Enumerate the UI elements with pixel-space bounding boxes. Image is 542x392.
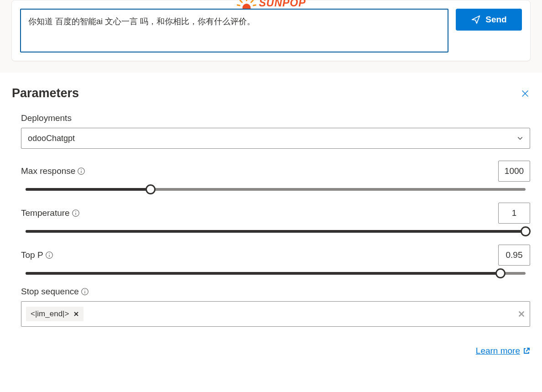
top-p-input[interactable] (498, 245, 530, 266)
send-label: Send (485, 15, 506, 25)
deployments-label: Deployments (21, 113, 72, 123)
info-icon[interactable] (72, 209, 80, 217)
top-p-label: Top P (21, 250, 43, 260)
send-icon (471, 15, 481, 25)
deployments-select[interactable]: odooChatgpt (21, 128, 530, 149)
svg-line-2 (240, 0, 242, 2)
max-response-label: Max response (21, 166, 75, 176)
top-p-slider[interactable] (26, 272, 526, 275)
tag-remove-icon[interactable] (73, 311, 79, 317)
svg-line-24 (526, 348, 529, 351)
svg-point-0 (242, 4, 250, 9)
chevron-down-icon (517, 135, 523, 141)
svg-line-5 (253, 5, 255, 5)
chat-input-card: SUNPOP Send (11, 0, 531, 61)
stop-sequence-label: Stop sequence (21, 287, 79, 297)
slider-thumb[interactable] (521, 226, 531, 236)
info-icon[interactable] (81, 287, 89, 296)
slider-thumb[interactable] (146, 184, 156, 194)
deployments-value: odooChatgpt (28, 134, 75, 143)
parameters-title: Parameters (12, 86, 79, 100)
temperature-label: Temperature (21, 208, 70, 218)
info-icon[interactable] (45, 251, 53, 259)
max-response-slider[interactable] (26, 188, 526, 191)
svg-point-10 (81, 169, 82, 170)
svg-point-19 (84, 290, 85, 291)
watermark: SUNPOP (236, 0, 306, 9)
stop-sequence-tag: <|im_end|> (26, 307, 83, 321)
watermark-text: SUNPOP (259, 0, 306, 9)
slider-fill (26, 188, 151, 191)
learn-more-label: Learn more (476, 346, 520, 356)
external-link-icon (523, 347, 530, 355)
learn-more-link[interactable]: Learn more (476, 346, 530, 356)
max-response-input[interactable] (498, 161, 530, 182)
svg-point-13 (75, 211, 76, 212)
close-icon[interactable] (520, 89, 530, 99)
svg-point-16 (49, 253, 50, 254)
info-icon[interactable] (77, 167, 85, 175)
svg-line-3 (251, 0, 253, 2)
temperature-input[interactable] (498, 203, 530, 224)
sun-icon (236, 0, 257, 9)
clear-all-icon[interactable] (518, 310, 525, 318)
slider-fill (26, 230, 526, 233)
send-button[interactable]: Send (456, 9, 522, 31)
slider-fill (26, 272, 500, 275)
stop-sequence-input[interactable]: <|im_end|> (21, 301, 530, 327)
slider-thumb[interactable] (495, 268, 506, 278)
chat-input[interactable] (20, 9, 448, 52)
tag-text: <|im_end|> (31, 309, 69, 319)
svg-line-4 (237, 5, 240, 5)
temperature-slider[interactable] (26, 230, 526, 233)
